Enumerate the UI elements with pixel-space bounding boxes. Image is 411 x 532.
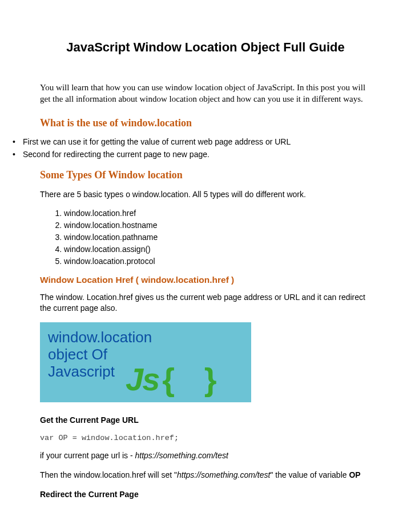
href-description: The window. Location.href gives us the c… bbox=[40, 292, 371, 314]
example-line-1: if your current page url is - https://so… bbox=[40, 450, 371, 462]
redirect-heading: Redirect the Current Page bbox=[40, 489, 371, 501]
list-item: Second for redirecting the current page … bbox=[23, 150, 371, 159]
list-item: window.location.hostname bbox=[64, 221, 371, 230]
code-snippet: var OP = window.location.href; bbox=[40, 434, 371, 442]
example-line-2: Then the window.location.href will set "… bbox=[40, 470, 371, 481]
section-heading-types: Some Types Of Window location bbox=[40, 169, 371, 181]
document-page: JavaScript Window Location Object Full G… bbox=[0, 0, 411, 531]
banner-js-logo: Js{ } bbox=[126, 361, 227, 398]
get-url-heading: Get the Current Page URL bbox=[40, 415, 371, 426]
page-title: JavaScript Window Location Object Full G… bbox=[40, 40, 371, 55]
list-item: window.location.href bbox=[64, 209, 371, 218]
intro-paragraph: You will learn that how you can use wind… bbox=[40, 82, 371, 105]
types-intro: There are 5 basic types o window.locatio… bbox=[40, 189, 371, 201]
types-list: window.location.href window.location.hos… bbox=[40, 209, 371, 266]
section-heading-use: What is the use of window.location bbox=[40, 117, 371, 129]
list-item: window.location.assign() bbox=[64, 245, 371, 254]
subsection-heading-href: Window Location Href ( window.location.h… bbox=[40, 275, 371, 285]
list-item: window.loacation.protocol bbox=[64, 257, 371, 266]
use-list: First we can use it for getting the valu… bbox=[40, 137, 371, 159]
banner-image: window.location object Of Javascript Js{… bbox=[40, 322, 251, 402]
list-item: window.location.pathname bbox=[64, 233, 371, 242]
list-item: First we can use it for getting the valu… bbox=[23, 137, 371, 146]
